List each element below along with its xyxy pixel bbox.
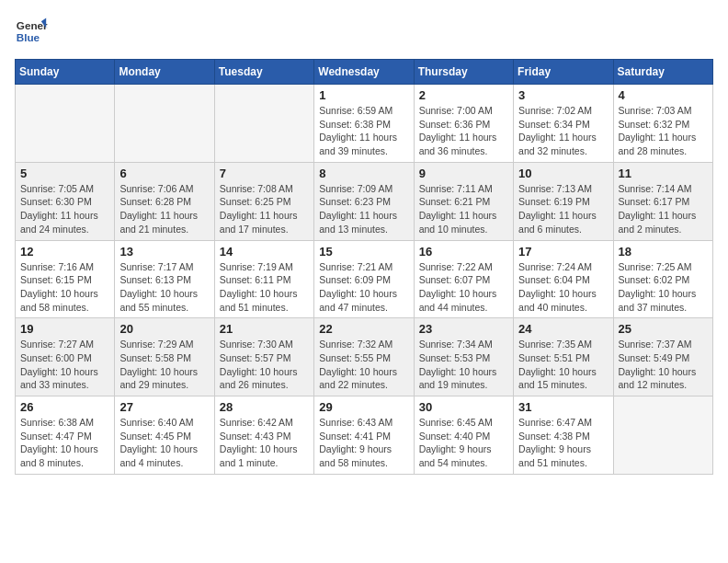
day-info: Sunrise: 6:43 AM Sunset: 4:41 PM Dayligh…: [319, 416, 408, 470]
day-info: Sunrise: 7:35 AM Sunset: 5:51 PM Dayligh…: [518, 338, 608, 392]
day-number: 3: [518, 88, 608, 102]
day-number: 17: [518, 245, 608, 259]
calendar-day-cell: 24Sunrise: 7:35 AM Sunset: 5:51 PM Dayli…: [514, 318, 613, 396]
day-info: Sunrise: 7:21 AM Sunset: 6:09 PM Dayligh…: [319, 260, 408, 315]
day-info: Sunrise: 7:25 AM Sunset: 6:02 PM Dayligh…: [619, 260, 708, 315]
calendar-week-row: 5Sunrise: 7:05 AM Sunset: 6:30 PM Daylig…: [16, 162, 713, 240]
day-info: Sunrise: 7:29 AM Sunset: 5:58 PM Dayligh…: [119, 338, 209, 392]
day-info: Sunrise: 7:03 AM Sunset: 6:32 PM Dayligh…: [619, 104, 708, 158]
day-info: Sunrise: 6:40 AM Sunset: 4:45 PM Dayligh…: [119, 416, 209, 470]
day-number: 14: [220, 245, 309, 259]
day-info: Sunrise: 7:19 AM Sunset: 6:11 PM Dayligh…: [220, 260, 309, 315]
day-number: 16: [419, 245, 508, 259]
calendar-day-header: Sunday: [16, 60, 115, 85]
calendar-table: SundayMondayTuesdayWednesdayThursdayFrid…: [15, 59, 713, 475]
day-info: Sunrise: 6:47 AM Sunset: 4:38 PM Dayligh…: [518, 416, 608, 470]
calendar-day-header: Friday: [514, 60, 613, 85]
day-info: Sunrise: 7:24 AM Sunset: 6:04 PM Dayligh…: [518, 260, 608, 315]
calendar-day-header: Thursday: [414, 60, 513, 85]
day-number: 5: [20, 167, 109, 180]
day-info: Sunrise: 7:32 AM Sunset: 5:55 PM Dayligh…: [319, 338, 408, 392]
day-number: 25: [619, 322, 708, 336]
calendar-day-cell: 17Sunrise: 7:24 AM Sunset: 6:04 PM Dayli…: [514, 240, 613, 318]
calendar-day-cell: 22Sunrise: 7:32 AM Sunset: 5:55 PM Dayli…: [314, 318, 414, 396]
day-number: 6: [119, 167, 209, 180]
calendar-day-cell: 29Sunrise: 6:43 AM Sunset: 4:41 PM Dayli…: [314, 396, 414, 475]
calendar-day-cell: 1Sunrise: 6:59 AM Sunset: 6:38 PM Daylig…: [314, 85, 414, 163]
day-info: Sunrise: 7:37 AM Sunset: 5:49 PM Dayligh…: [619, 338, 708, 392]
calendar-day-cell: 13Sunrise: 7:17 AM Sunset: 6:13 PM Dayli…: [115, 240, 214, 318]
calendar-day-cell: [214, 85, 313, 163]
logo-icon: General Blue: [15, 15, 48, 48]
day-number: 30: [419, 400, 508, 414]
day-info: Sunrise: 7:30 AM Sunset: 5:57 PM Dayligh…: [220, 338, 309, 392]
day-info: Sunrise: 7:09 AM Sunset: 6:23 PM Dayligh…: [319, 182, 408, 236]
day-info: Sunrise: 7:02 AM Sunset: 6:34 PM Dayligh…: [518, 104, 608, 158]
calendar-day-cell: 5Sunrise: 7:05 AM Sunset: 6:30 PM Daylig…: [16, 162, 115, 240]
day-info: Sunrise: 6:45 AM Sunset: 4:40 PM Dayligh…: [419, 416, 508, 470]
calendar-day-cell: 27Sunrise: 6:40 AM Sunset: 4:45 PM Dayli…: [115, 396, 214, 475]
day-info: Sunrise: 7:27 AM Sunset: 6:00 PM Dayligh…: [20, 338, 109, 392]
calendar-day-header: Monday: [115, 60, 214, 85]
day-info: Sunrise: 7:16 AM Sunset: 6:15 PM Dayligh…: [20, 260, 109, 315]
calendar-day-cell: 30Sunrise: 6:45 AM Sunset: 4:40 PM Dayli…: [414, 396, 513, 475]
logo: General Blue: [15, 15, 48, 48]
day-number: 27: [119, 400, 209, 414]
calendar-day-cell: [115, 85, 214, 163]
calendar-day-cell: 10Sunrise: 7:13 AM Sunset: 6:19 PM Dayli…: [514, 162, 613, 240]
day-number: 28: [220, 400, 309, 414]
day-info: Sunrise: 7:05 AM Sunset: 6:30 PM Dayligh…: [20, 182, 109, 236]
day-number: 15: [319, 245, 408, 259]
day-info: Sunrise: 7:06 AM Sunset: 6:28 PM Dayligh…: [119, 182, 209, 236]
calendar-day-cell: 9Sunrise: 7:11 AM Sunset: 6:21 PM Daylig…: [414, 162, 513, 240]
day-number: 11: [619, 167, 708, 180]
day-number: 10: [518, 167, 608, 180]
calendar-day-cell: 12Sunrise: 7:16 AM Sunset: 6:15 PM Dayli…: [16, 240, 115, 318]
calendar-week-row: 12Sunrise: 7:16 AM Sunset: 6:15 PM Dayli…: [16, 240, 713, 318]
day-info: Sunrise: 6:59 AM Sunset: 6:38 PM Dayligh…: [319, 104, 408, 158]
day-number: 29: [319, 400, 408, 414]
day-number: 12: [20, 245, 109, 259]
day-number: 7: [220, 167, 309, 180]
page-header: General Blue: [15, 15, 713, 48]
day-info: Sunrise: 6:38 AM Sunset: 4:47 PM Dayligh…: [20, 416, 109, 470]
calendar-day-cell: 2Sunrise: 7:00 AM Sunset: 6:36 PM Daylig…: [414, 85, 513, 163]
calendar-day-cell: 21Sunrise: 7:30 AM Sunset: 5:57 PM Dayli…: [214, 318, 313, 396]
calendar-day-cell: 15Sunrise: 7:21 AM Sunset: 6:09 PM Dayli…: [314, 240, 414, 318]
svg-text:Blue: Blue: [17, 31, 40, 43]
day-info: Sunrise: 7:22 AM Sunset: 6:07 PM Dayligh…: [419, 260, 508, 315]
calendar-day-cell: 20Sunrise: 7:29 AM Sunset: 5:58 PM Dayli…: [115, 318, 214, 396]
calendar-day-cell: 16Sunrise: 7:22 AM Sunset: 6:07 PM Dayli…: [414, 240, 513, 318]
calendar-day-cell: 4Sunrise: 7:03 AM Sunset: 6:32 PM Daylig…: [613, 85, 712, 163]
day-info: Sunrise: 6:42 AM Sunset: 4:43 PM Dayligh…: [220, 416, 309, 470]
day-number: 19: [20, 322, 109, 336]
day-info: Sunrise: 7:14 AM Sunset: 6:17 PM Dayligh…: [619, 182, 708, 236]
day-number: 1: [319, 88, 408, 102]
day-number: 31: [518, 400, 608, 414]
day-number: 4: [619, 88, 708, 102]
calendar-day-cell: 3Sunrise: 7:02 AM Sunset: 6:34 PM Daylig…: [514, 85, 613, 163]
calendar-day-cell: 19Sunrise: 7:27 AM Sunset: 6:00 PM Dayli…: [16, 318, 115, 396]
calendar-day-cell: 6Sunrise: 7:06 AM Sunset: 6:28 PM Daylig…: [115, 162, 214, 240]
day-info: Sunrise: 7:11 AM Sunset: 6:21 PM Dayligh…: [419, 182, 508, 236]
day-info: Sunrise: 7:08 AM Sunset: 6:25 PM Dayligh…: [220, 182, 309, 236]
calendar-week-row: 1Sunrise: 6:59 AM Sunset: 6:38 PM Daylig…: [16, 85, 713, 163]
calendar-day-cell: 18Sunrise: 7:25 AM Sunset: 6:02 PM Dayli…: [613, 240, 712, 318]
calendar-day-cell: 7Sunrise: 7:08 AM Sunset: 6:25 PM Daylig…: [214, 162, 313, 240]
day-number: 24: [518, 322, 608, 336]
day-number: 2: [419, 88, 508, 102]
calendar-day-header: Tuesday: [214, 60, 313, 85]
day-number: 23: [419, 322, 508, 336]
calendar-day-cell: 26Sunrise: 6:38 AM Sunset: 4:47 PM Dayli…: [16, 396, 115, 475]
calendar-week-row: 19Sunrise: 7:27 AM Sunset: 6:00 PM Dayli…: [16, 318, 713, 396]
calendar-day-cell: 31Sunrise: 6:47 AM Sunset: 4:38 PM Dayli…: [514, 396, 613, 475]
calendar-day-cell: [16, 85, 115, 163]
calendar-day-cell: 8Sunrise: 7:09 AM Sunset: 6:23 PM Daylig…: [314, 162, 414, 240]
calendar-day-cell: 23Sunrise: 7:34 AM Sunset: 5:53 PM Dayli…: [414, 318, 513, 396]
day-number: 22: [319, 322, 408, 336]
day-number: 20: [119, 322, 209, 336]
calendar-day-cell: 28Sunrise: 6:42 AM Sunset: 4:43 PM Dayli…: [214, 396, 313, 475]
calendar-day-cell: 14Sunrise: 7:19 AM Sunset: 6:11 PM Dayli…: [214, 240, 313, 318]
calendar-day-cell: 25Sunrise: 7:37 AM Sunset: 5:49 PM Dayli…: [613, 318, 712, 396]
day-number: 21: [220, 322, 309, 336]
